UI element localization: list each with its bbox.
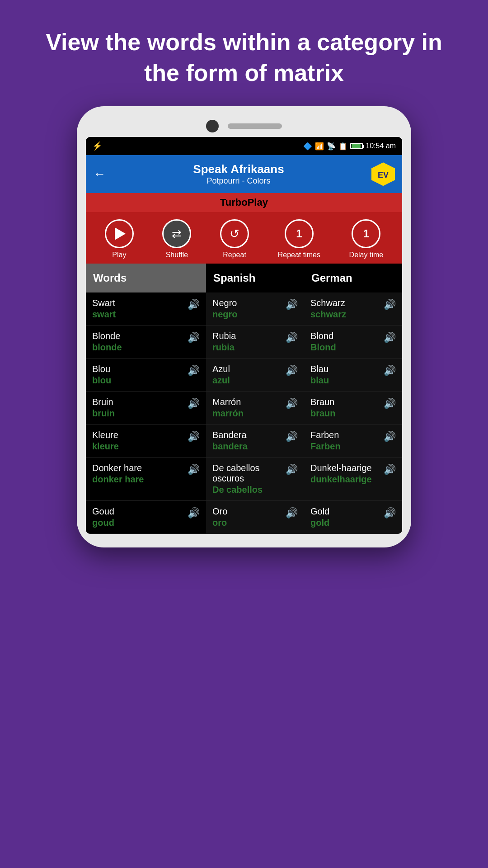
sound-icon-sp-3[interactable]: 🔊 [286,398,298,410]
sound-icon-af-3[interactable]: 🔊 [188,398,200,410]
svg-text:EV: EV [378,170,389,179]
sound-icon-sp-0[interactable]: 🔊 [286,299,298,311]
sound-icon-de-3[interactable]: 🔊 [384,398,396,410]
table-row: Blou blou 🔊 Azul azul 🔊 Blau blau [86,359,402,392]
german-word-1: Blond [310,331,336,341]
cell-german-5: Dunkel-haarige dunkelhaarige 🔊 [304,458,402,500]
repeat-button[interactable]: ↺ Repeat [220,219,249,259]
phone-wrapper: ⚡ 🔷 📶 📡 📋 10:54 am ← Speak Afrikaans Pot… [77,106,411,547]
col-spanish-header: Spanish [206,264,304,292]
back-button[interactable]: ← [93,167,106,181]
german-translation-5: dunkelhaarige [310,474,372,485]
status-bar: ⚡ 🔷 📶 📡 📋 10:54 am [86,137,402,155]
sound-icon-sp-1[interactable]: 🔊 [286,332,298,344]
play-label: Play [112,251,126,259]
sound-icon-af-2[interactable]: 🔊 [188,365,200,377]
shuffle-label: Shuffle [166,251,188,259]
cell-german-3: Braun braun 🔊 [304,392,402,424]
table-row: Blonde blonde 🔊 Rubia rubia 🔊 Blond Blon… [86,326,402,359]
spanish-word-6: Oro [212,506,227,517]
sound-icon-sp-2[interactable]: 🔊 [286,365,298,377]
afrikaans-translation-2: blou [92,375,111,386]
afrikaans-translation-6: goud [92,518,114,528]
afrikaans-word-1: Blonde [92,331,122,341]
sound-icon-af-0[interactable]: 🔊 [188,299,200,311]
sound-icon-de-0[interactable]: 🔊 [384,299,396,311]
cell-german-6: Gold gold 🔊 [304,501,402,533]
sound-icon-af-4[interactable]: 🔊 [188,431,200,443]
german-translation-2: blau [310,375,329,386]
german-translation-1: Blond [310,342,336,353]
cell-spanish-3: Marrón marrón 🔊 [206,392,304,424]
battery-indicator [350,143,363,149]
phone-speaker [228,123,282,129]
afrikaans-translation-0: swart [92,309,116,320]
cell-spanish-6: Oro oro 🔊 [206,501,304,533]
sound-icon-de-5[interactable]: 🔊 [384,464,396,476]
afrikaans-word-4: Kleure [92,430,119,440]
german-word-4: Farben [310,430,341,440]
table-row: Goud goud 🔊 Oro oro 🔊 Gold gold [86,501,402,534]
app-header-center: Speak Afrikaans Potpourri - Colors [193,162,284,186]
col-german-header: German [304,264,402,292]
sound-icon-de-4[interactable]: 🔊 [384,431,396,443]
repeat-times-button[interactable]: 1 Repeat times [278,219,320,259]
afrikaans-word-2: Blou [92,364,111,374]
spanish-translation-2: azul [212,375,230,386]
spanish-word-0: Negro [212,298,238,308]
sound-icon-de-6[interactable]: 🔊 [384,507,396,519]
repeat-times-label: Repeat times [278,251,320,259]
german-translation-6: gold [310,518,329,528]
time-display: 10:54 am [366,142,396,150]
sound-icon-sp-6[interactable]: 🔊 [286,507,298,519]
spanish-translation-4: bandera [212,441,248,452]
table-row: Swart swart 🔊 Negro negro 🔊 Schwarz schw… [86,292,402,326]
afrikaans-word-3: Bruin [92,397,115,407]
sound-icon-sp-5[interactable]: 🔊 [286,464,298,476]
repeat-times-value: 1 [296,227,302,240]
delay-time-label: Delay time [349,251,384,259]
table-row: Bruin bruin 🔊 Marrón marrón 🔊 Braun brau… [86,392,402,425]
repeat-label: Repeat [223,251,246,259]
phone-camera [206,120,219,132]
cell-german-4: Farben Farben 🔊 [304,425,402,457]
spanish-translation-3: marrón [212,408,244,419]
spanish-word-5: De cabellos oscuros [212,463,282,484]
sound-icon-af-5[interactable]: 🔊 [188,464,200,476]
bluetooth-icon: 🔷 [303,142,312,151]
sound-icon-sp-4[interactable]: 🔊 [286,431,298,443]
notification-icon: 📋 [338,142,347,151]
delay-time-button[interactable]: 1 Delay time [349,219,384,259]
sound-icon-af-6[interactable]: 🔊 [188,507,200,519]
cell-words-6: Goud goud 🔊 [86,501,206,533]
delay-time-value: 1 [363,227,369,240]
afrikaans-translation-5: donker hare [92,474,144,485]
afrikaans-translation-3: bruin [92,408,115,419]
table-header: Words Spanish German [86,264,402,292]
shuffle-button[interactable]: ⇄ Shuffle [162,219,191,259]
german-word-3: Braun [310,397,336,407]
sound-icon-de-1[interactable]: 🔊 [384,332,396,344]
spanish-translation-0: negro [212,309,238,320]
app-header: ← Speak Afrikaans Potpourri - Colors EV [86,155,402,193]
german-translation-0: schwarz [310,309,346,320]
cell-german-0: Schwarz schwarz 🔊 [304,292,402,325]
cell-words-3: Bruin bruin 🔊 [86,392,206,424]
cell-spanish-2: Azul azul 🔊 [206,359,304,391]
play-button[interactable]: Play [105,219,134,259]
afrikaans-word-6: Goud [92,506,114,517]
cell-spanish-0: Negro negro 🔊 [206,292,304,325]
sound-icon-af-1[interactable]: 🔊 [188,332,200,344]
sound-icon-de-2[interactable]: 🔊 [384,365,396,377]
cell-words-4: Kleure kleure 🔊 [86,425,206,457]
usb-icon: ⚡ [92,141,102,151]
repeat-icon: ↺ [230,227,239,241]
phone-screen: ⚡ 🔷 📶 📡 📋 10:54 am ← Speak Afrikaans Pot… [86,137,402,534]
signal-icon: 📶 [315,142,324,151]
app-logo: EV [371,162,395,186]
german-word-0: Schwarz [310,298,346,308]
table-row: Kleure kleure 🔊 Bandera bandera 🔊 Farben… [86,425,402,458]
spanish-word-3: Marrón [212,397,244,407]
cell-words-2: Blou blou 🔊 [86,359,206,391]
afrikaans-translation-1: blonde [92,342,122,353]
